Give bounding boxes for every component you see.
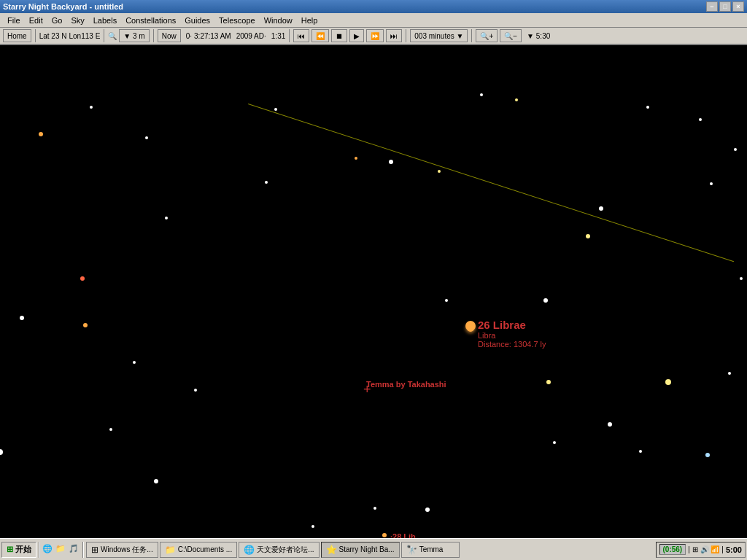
menu-item-telescope[interactable]: Telescope [214,15,260,26]
fast-forward-button[interactable]: ⏭ [386,29,402,42]
titlebar-controls: − □ × [706,1,744,12]
star-34 [646,106,649,109]
close-button[interactable]: × [732,1,744,12]
menu-item-guides[interactable]: Guides [180,15,214,26]
toolbar-separator [35,29,36,42]
start-label: 开始 [15,544,31,555]
menu-item-constellations[interactable]: Constellations [121,15,180,26]
rewind-button[interactable]: ⏮ [293,29,309,42]
taskbar-item-temma[interactable]: 🔭Temma [401,542,460,558]
star-8 [599,206,603,211]
star-1 [274,108,277,111]
time-step-button[interactable]: 003 minutes ▼ [410,29,468,42]
menu-item-labels[interactable]: Labels [89,15,121,26]
star-23 [374,507,376,510]
star-distance-26librae: Distance: 1304.7 ly [478,340,546,349]
star-17 [133,361,136,364]
titlebar-title: Starry Night Backyard - untitled [3,2,123,11]
star-6 [438,170,441,173]
fov-value: ▼ 5:30 [527,32,550,40]
menubar: FileEditGoSkyLabelsConstellationsGuidesT… [0,13,747,28]
star-11 [80,276,85,281]
star-21 [608,422,612,427]
toolbar: Home Lat 23 N Lon113 E 🔍 ▼ 3 m Now 0· 3:… [0,28,747,45]
star-26 [382,533,387,537]
star-9 [165,217,168,219]
menu-item-edit[interactable]: Edit [25,15,47,26]
date-display: 2009 AD· [236,32,266,40]
taskbar: ⊞ 开始 🌐 📁 🎵 ⊞Windows 任务...📁C:\Documents .… [0,538,747,560]
time-display: 0· [186,32,192,40]
system-tray: (0:56) | ⊞ 🔊 📶 | 5:00 [656,542,746,558]
toolbar-separator-4 [289,29,290,42]
menu-item-help[interactable]: Help [297,15,322,26]
star-18 [546,380,551,384]
taskbar-separator [39,542,40,558]
stop-button[interactable]: ⏹ [331,29,347,42]
taskbar-item-windows-任务[interactable]: ⊞Windows 任务... [86,542,158,558]
star-info-26librae: 26 Librae Libra Distance: 1304.7 ly [478,319,546,349]
minimize-button[interactable]: − [706,1,718,12]
zoom-icon: 🔍 [108,32,117,40]
star-constellation-26librae: Libra [478,331,546,340]
star-19 [665,379,671,385]
star-14 [20,316,24,320]
maximize-button[interactable]: □ [719,1,731,12]
zoom-in-button[interactable]: 🔍+ [476,29,498,42]
star-5 [389,160,393,164]
taskbar-item-c:\documen[interactable]: 📁C:\Documents ... [160,542,237,558]
menu-item-go[interactable]: Go [47,15,67,26]
star-3 [145,136,148,139]
quick-launch: 🌐 📁 🎵 [42,544,80,556]
star-28 [154,479,158,483]
star-25 [311,525,314,528]
toolbar-separator-5 [406,29,406,42]
folder-icon[interactable]: 📁 [55,544,67,556]
now-button[interactable]: Now [158,29,181,42]
step-back-button[interactable]: ⏪ [311,29,329,42]
start-button[interactable]: ⊞ 开始 [1,542,36,558]
telescope-label: Temma by Takahashi [366,380,446,389]
star-29 [0,449,3,455]
star-36 [734,148,737,151]
play-button[interactable]: ▶ [349,29,364,42]
menu-item-file[interactable]: File [3,15,25,26]
media-icon[interactable]: 🎵 [69,544,80,556]
star-30 [639,450,642,453]
menu-item-window[interactable]: Window [260,15,297,26]
star-10 [586,234,590,238]
star-name-26librae: 26 Librae [478,319,546,331]
star-26librae-dot[interactable] [467,324,474,332]
tray-icons: ⊞ 🔊 📶 [692,545,720,553]
star-4 [355,157,357,160]
star-7 [265,181,268,184]
star-13 [543,298,548,303]
star-22 [109,428,112,431]
menu-item-sky[interactable]: Sky [66,15,88,26]
fov-button[interactable]: ▼ 3 m [119,29,149,42]
toolbar-separator-2 [104,29,104,42]
zoom-out-button[interactable]: 🔍− [500,29,522,42]
star-37 [710,182,713,185]
star-12 [445,299,448,302]
cross-icon: + [363,383,371,396]
star-20 [194,389,197,392]
star-24 [425,508,430,512]
sky-view[interactable]: 26 Librae Libra Distance: 1304.7 ly ·28 … [0,45,747,545]
star-40 [553,441,556,444]
home-button[interactable]: Home [3,29,31,42]
star-38 [740,277,743,280]
taskbar-item-天文爱好者论坛...[interactable]: 🌐天文爱好者论坛... [239,542,319,558]
clock-display: 5:00 [726,545,742,554]
taskbar-item-starry-nig[interactable]: ⭐Starry Night Ba... [321,542,400,558]
toolbar-separator-3 [153,29,154,42]
star-32 [515,98,518,101]
time-value: 3:27:13 AM [194,32,231,40]
star-31 [705,453,710,457]
tray-separator-2: | [721,545,724,553]
ie-icon[interactable]: 🌐 [42,544,54,556]
step-forward-button[interactable]: ⏩ [366,29,384,42]
star-39 [728,372,731,375]
julian-display: 1:31 [271,32,285,40]
star-0 [90,106,93,109]
